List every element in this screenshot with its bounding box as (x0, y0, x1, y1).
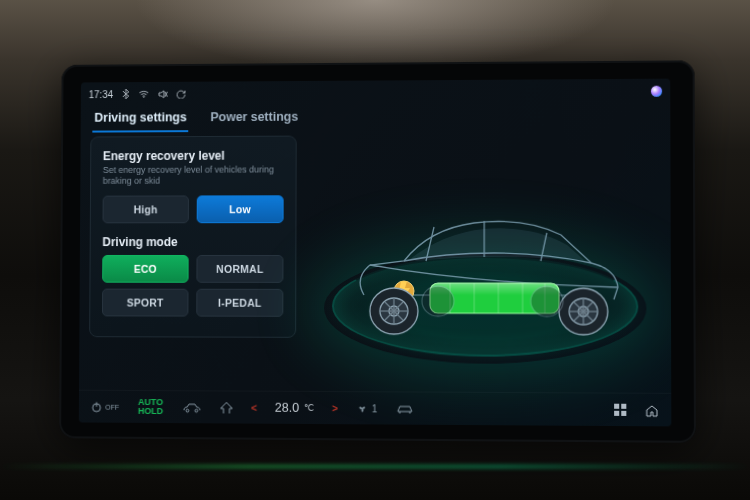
temp-down-button[interactable]: < (251, 402, 257, 413)
bluetooth-icon (122, 89, 130, 99)
driving-mode-title: Driving mode (102, 235, 283, 249)
clock: 17:34 (89, 89, 113, 100)
tab-power-settings[interactable]: Power settings (208, 106, 300, 132)
assistant-orb-icon[interactable] (651, 85, 662, 96)
apps-grid-button[interactable] (614, 404, 626, 416)
svg-point-29 (361, 407, 363, 409)
airflow-button[interactable] (220, 401, 234, 414)
recovery-high-button[interactable]: High (103, 195, 189, 223)
energy-recovery-desc: Set energy recovery level of vehicles du… (103, 164, 284, 187)
mode-sport-button[interactable]: SPORT (102, 288, 189, 316)
svg-point-0 (143, 96, 144, 97)
dashboard-ambient-strip (0, 465, 750, 468)
tab-driving-settings[interactable]: Driving settings (92, 106, 188, 132)
settings-tabs: Driving settings Power settings (81, 100, 671, 133)
vehicle-visualization (306, 134, 665, 393)
mode-ipedal-button[interactable]: I-PEDAL (196, 288, 283, 316)
mute-icon (158, 89, 168, 98)
refresh-icon (177, 89, 186, 98)
mode-normal-button[interactable]: NORMAL (196, 254, 283, 282)
settings-panel: Energy recovery level Set energy recover… (89, 136, 297, 338)
svg-point-27 (186, 409, 189, 412)
svg-point-24 (531, 286, 563, 316)
apps-grid-icon (614, 404, 626, 416)
vehicle-model (334, 182, 636, 354)
svg-point-28 (195, 409, 198, 412)
main-content: Energy recovery level Set energy recover… (79, 130, 671, 393)
recovery-low-button[interactable]: Low (197, 195, 284, 223)
power-off-button[interactable]: OFF (91, 401, 119, 413)
screen: 17:34 Driving settings Power (79, 79, 672, 427)
temp-up-button[interactable]: > (332, 403, 338, 414)
power-off-label: OFF (105, 403, 119, 410)
fan-button[interactable]: 1 (356, 402, 378, 415)
wifi-icon (138, 90, 149, 98)
vehicle-status-button[interactable] (395, 403, 413, 414)
energy-recovery-title: Energy recovery level (103, 149, 284, 164)
car-outline-button[interactable] (182, 402, 202, 413)
bottom-dock: OFF AUTO HOLD < 28.0℃ > 1 (79, 390, 672, 427)
svg-point-23 (422, 286, 454, 316)
fan-level: 1 (372, 403, 378, 414)
infotainment-tablet: 17:34 Driving settings Power (59, 60, 696, 443)
auto-hold-button[interactable]: AUTO HOLD (137, 398, 165, 416)
home-button[interactable] (645, 403, 659, 416)
temperature-display[interactable]: 28.0℃ (275, 401, 314, 415)
photo-background: 17:34 Driving settings Power (0, 0, 750, 500)
mode-eco-button[interactable]: ECO (102, 254, 188, 282)
